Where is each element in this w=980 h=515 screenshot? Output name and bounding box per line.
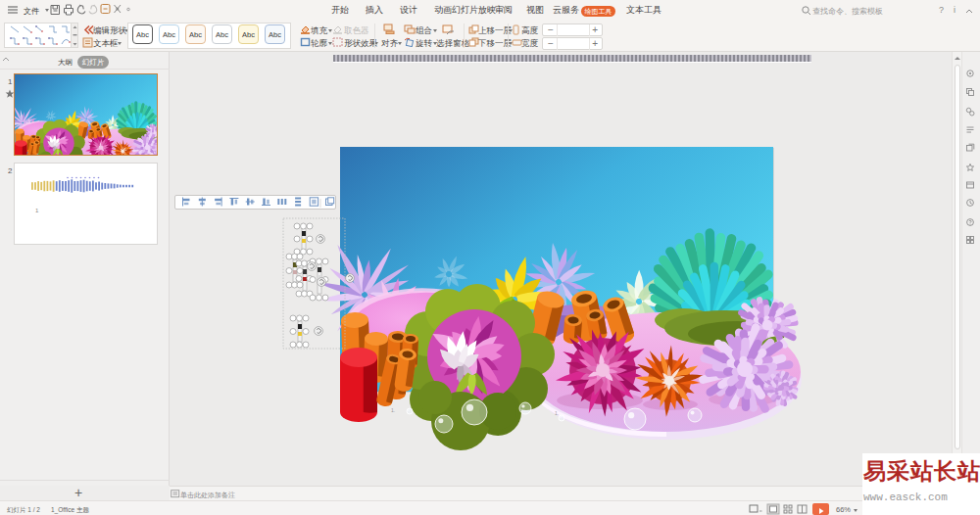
svg-text:1.: 1.: [555, 410, 559, 416]
svg-text:1.: 1.: [391, 407, 395, 413]
svg-text:1: 1: [35, 208, 39, 213]
